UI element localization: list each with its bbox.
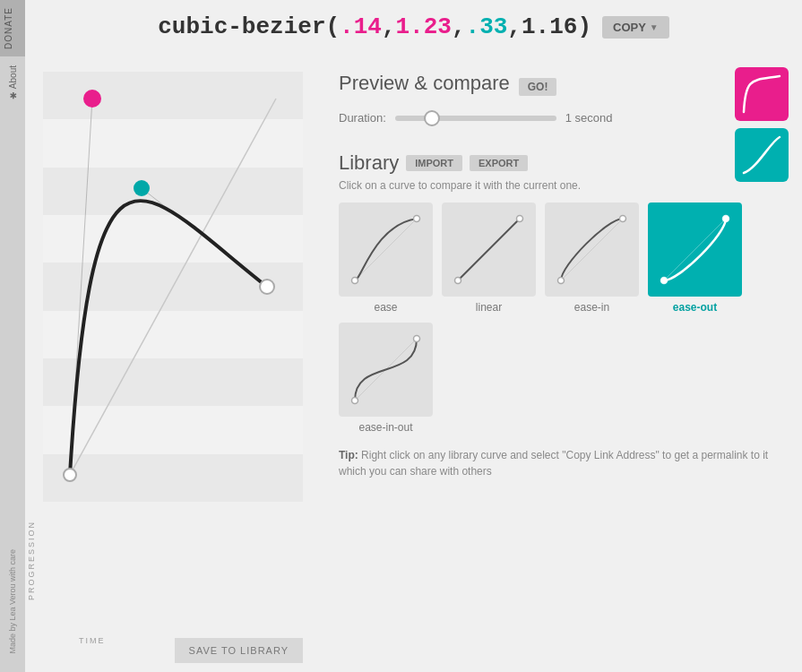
formula-prefix: cubic-bezier( bbox=[158, 13, 340, 40]
svg-point-9 bbox=[414, 216, 420, 222]
svg-line-13 bbox=[561, 219, 623, 280]
svg-point-3 bbox=[83, 90, 101, 108]
comma2: , bbox=[452, 13, 466, 40]
linear-curve-box bbox=[442, 202, 536, 297]
svg-point-15 bbox=[620, 216, 626, 222]
progression-label: PROGRESSION bbox=[27, 521, 36, 600]
copy-label: COPY bbox=[613, 21, 646, 34]
param3: .33 bbox=[466, 13, 508, 40]
library-item-ease-in[interactable]: ease-in bbox=[545, 202, 639, 314]
duration-row: Duration: 1 second bbox=[339, 111, 784, 125]
tip-text: Right click on any library curve and sel… bbox=[339, 449, 768, 478]
ease-in-curve-box bbox=[545, 202, 639, 297]
export-button[interactable]: EXPORT bbox=[470, 155, 528, 171]
preview-box-pink bbox=[735, 67, 789, 121]
library-section: Library IMPORT EXPORT Click on a curve t… bbox=[339, 151, 784, 434]
svg-point-11 bbox=[455, 278, 461, 284]
bezier-canvas[interactable] bbox=[43, 72, 303, 502]
param4: 1.16 bbox=[522, 13, 577, 40]
credit-text: Made by Lea Verou with care bbox=[8, 549, 17, 654]
svg-point-18 bbox=[723, 216, 729, 222]
sidebar: DONATE ✱ About Made by Lea Verou with ca… bbox=[0, 0, 25, 672]
copy-button[interactable]: COPY ▼ bbox=[602, 16, 669, 39]
go-button[interactable]: GO! bbox=[519, 78, 557, 96]
donate-button[interactable]: DONATE bbox=[0, 0, 25, 56]
svg-point-4 bbox=[134, 180, 150, 196]
tip-bold: Tip: bbox=[339, 449, 358, 461]
svg-line-16 bbox=[664, 219, 726, 280]
svg-point-12 bbox=[517, 216, 523, 222]
time-label: TIME bbox=[79, 636, 106, 645]
library-item-linear[interactable]: linear bbox=[442, 202, 536, 314]
bezier-svg bbox=[43, 72, 303, 502]
svg-line-7 bbox=[355, 219, 417, 280]
svg-point-21 bbox=[414, 336, 420, 342]
svg-point-14 bbox=[558, 278, 565, 284]
formula-suffix: ) bbox=[577, 13, 591, 40]
library-item-ease[interactable]: ease bbox=[339, 202, 433, 314]
main-content: PROGRESSION TIME SAVE TO LIBRARY Preview… bbox=[25, 54, 802, 672]
ease-in-out-label: ease-in-out bbox=[358, 421, 412, 434]
library-grid: ease linear bbox=[339, 202, 784, 434]
ease-out-label: ease-out bbox=[673, 301, 717, 314]
ease-in-out-curve-box bbox=[339, 323, 433, 417]
library-item-ease-out[interactable]: ease-out bbox=[648, 202, 742, 314]
library-item-ease-in-out[interactable]: ease-in-out bbox=[339, 323, 433, 434]
comma1: , bbox=[382, 13, 396, 40]
preview-section: Preview & compare GO! Duration: 1 second bbox=[339, 72, 784, 125]
canvas-area: PROGRESSION TIME SAVE TO LIBRARY bbox=[25, 54, 312, 672]
param2: 1.23 bbox=[396, 13, 452, 40]
ease-out-curve-box bbox=[648, 202, 742, 297]
svg-point-20 bbox=[352, 398, 358, 404]
copy-dropdown-icon: ▼ bbox=[650, 22, 659, 32]
svg-point-8 bbox=[352, 278, 358, 284]
duration-slider[interactable] bbox=[395, 116, 556, 121]
import-button[interactable]: IMPORT bbox=[406, 155, 462, 171]
ease-in-label: ease-in bbox=[574, 301, 609, 314]
ease-curve-box bbox=[339, 202, 433, 297]
library-header: Library IMPORT EXPORT bbox=[339, 151, 784, 175]
about-link[interactable]: ✱ About bbox=[8, 65, 18, 100]
header: cubic-bezier(.14,1.23, .33,1.16) COPY ▼ bbox=[25, 0, 802, 54]
preview-box-cyan bbox=[735, 128, 789, 182]
svg-point-5 bbox=[260, 280, 274, 294]
svg-point-6 bbox=[64, 469, 76, 481]
svg-line-0 bbox=[70, 99, 276, 475]
ease-label: ease bbox=[374, 301, 397, 314]
preview-title: Preview & compare bbox=[339, 72, 510, 95]
linear-label: linear bbox=[476, 301, 502, 314]
comma3: , bbox=[507, 13, 522, 40]
duration-label: Duration: bbox=[339, 111, 386, 125]
preview-boxes bbox=[735, 67, 789, 182]
right-panel: Preview & compare GO! Duration: 1 second… bbox=[312, 54, 802, 672]
duration-value: 1 second bbox=[565, 111, 613, 125]
tip-section: Tip: Right click on any library curve an… bbox=[339, 447, 784, 479]
formula-display: cubic-bezier(.14,1.23, .33,1.16) bbox=[158, 13, 591, 40]
library-hint: Click on a curve to compare it with the … bbox=[339, 179, 784, 192]
library-title: Library bbox=[339, 151, 399, 175]
svg-point-17 bbox=[661, 278, 668, 284]
save-to-library-button[interactable]: SAVE TO LIBRARY bbox=[175, 638, 303, 663]
param1: .14 bbox=[340, 13, 382, 40]
